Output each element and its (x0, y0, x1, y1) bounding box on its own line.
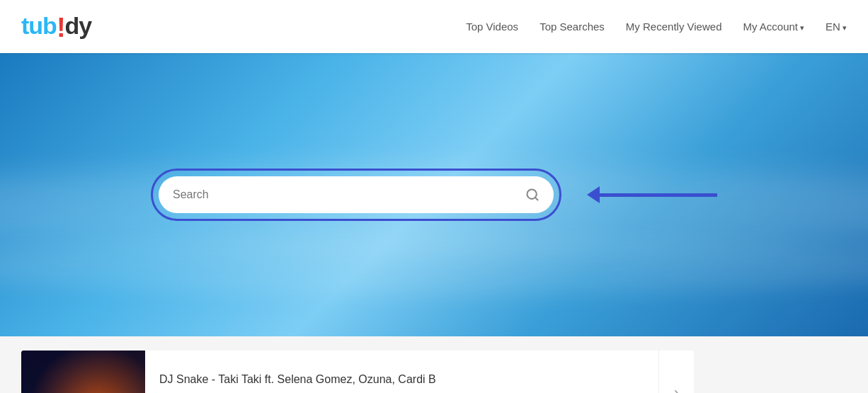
nav-top-videos[interactable]: Top Videos (466, 21, 518, 33)
thumbnail-overlay (21, 351, 145, 393)
logo-dot: ! (57, 13, 65, 42)
content-section: DJ Snake - Taki Taki ft. Selena Gomez, O… (0, 336, 868, 393)
search-button[interactable] (525, 188, 539, 202)
arrow-line (597, 193, 717, 197)
svg-line-1 (535, 198, 538, 200)
search-icon (525, 188, 539, 202)
logo-b: b (42, 12, 57, 39)
video-info: DJ Snake - Taki Taki ft. Selena Gomez, O… (145, 363, 694, 393)
logo[interactable]: tub!dy (21, 12, 91, 41)
header: tub!dy Top Videos Top Searches My Recent… (0, 0, 868, 53)
nav-language[interactable]: EN (826, 21, 847, 33)
arrow-indicator (597, 193, 717, 197)
search-outer-border (151, 169, 561, 221)
chevron-right-icon: › (674, 384, 679, 393)
search-inner (159, 176, 554, 213)
video-thumbnail (21, 351, 145, 393)
hero-content (0, 169, 868, 221)
search-wrapper (151, 169, 561, 221)
nav: Top Videos Top Searches My Recently View… (466, 21, 847, 33)
nav-top-searches[interactable]: Top Searches (539, 21, 605, 33)
logo-tu: tu (21, 12, 42, 39)
next-button[interactable]: › (658, 351, 694, 393)
video-title: DJ Snake - Taki Taki ft. Selena Gomez, O… (159, 373, 680, 386)
logo-idy: dy (65, 12, 92, 39)
video-card: DJ Snake - Taki Taki ft. Selena Gomez, O… (21, 351, 694, 393)
hero-section (0, 53, 868, 336)
search-input[interactable] (173, 188, 525, 201)
nav-my-account[interactable]: My Account (743, 21, 804, 33)
nav-recently-viewed[interactable]: My Recently Viewed (626, 21, 722, 33)
